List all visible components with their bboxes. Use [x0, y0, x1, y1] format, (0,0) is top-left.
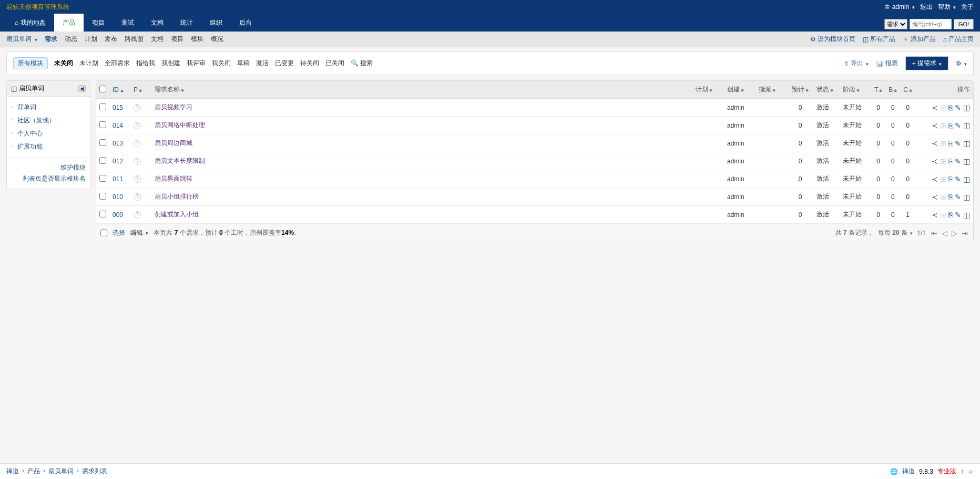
review-icon[interactable]: ⊞ [940, 175, 946, 183]
sidebar-item[interactable]: 背单词 [11, 101, 86, 114]
row-id-link[interactable]: 013 [113, 140, 123, 147]
filter-未关闭[interactable]: 未关闭 [54, 59, 73, 68]
filter-已变更[interactable]: 已变更 [275, 59, 294, 68]
sub-tab-项目[interactable]: 项目 [171, 35, 183, 44]
review-icon[interactable]: ⊞ [940, 103, 946, 112]
sub-tab-模块[interactable]: 模块 [191, 35, 203, 44]
next-page-icon[interactable]: ▷ [951, 229, 958, 237]
filter-已关闭[interactable]: 已关闭 [325, 59, 344, 68]
col-status[interactable]: 状态◆ [813, 81, 840, 99]
breakdown-icon[interactable]: ⎘ [948, 193, 953, 201]
logout-link[interactable]: 退出 [920, 3, 933, 12]
edit-icon[interactable]: ✎ [955, 139, 961, 148]
row-id-link[interactable]: 010 [113, 193, 123, 201]
nav-tab-组织[interactable]: 组织 [201, 14, 231, 32]
first-page-icon[interactable]: ⇤ [930, 229, 938, 237]
breakdown-icon[interactable]: ⎘ [948, 175, 953, 183]
gear-icon[interactable]: ⚙ [956, 60, 967, 67]
review-icon[interactable]: ⊞ [940, 121, 946, 130]
filter-激活[interactable]: 激活 [256, 59, 269, 68]
sidebar-footer-link[interactable]: 列表页是否显示模块名 [11, 173, 86, 184]
row-checkbox[interactable] [99, 175, 106, 182]
breakdown-icon[interactable]: ⎘ [948, 157, 953, 165]
col-name[interactable]: 需求名称◆ [151, 81, 692, 99]
requirement-link[interactable]: 扇贝小组排行榜 [155, 193, 199, 200]
select-link[interactable]: 选择 [113, 228, 125, 237]
search-type-select[interactable]: 需求 [884, 19, 907, 29]
nav-tab-我的地盘[interactable]: ⌂我的地盘 [6, 14, 54, 32]
select-all-footer-checkbox[interactable] [100, 230, 107, 236]
requirement-link[interactable]: 扇贝界面跳转 [155, 175, 192, 182]
review-icon[interactable]: ⊞ [940, 157, 946, 165]
filter-我评审[interactable]: 我评审 [187, 59, 206, 68]
filter-我创建[interactable]: 我创建 [161, 59, 180, 68]
prev-page-icon[interactable]: ◁ [941, 229, 948, 237]
row-id-link[interactable]: 012 [113, 158, 123, 165]
col-assign[interactable]: 指派◆ [756, 81, 787, 99]
requirement-link[interactable]: 创建或加入小组 [155, 211, 199, 218]
change-icon[interactable]: ≺ [932, 211, 938, 219]
row-id-link[interactable]: 015 [113, 104, 123, 111]
col-priority[interactable]: P◆ [130, 81, 151, 99]
filter-待关闭[interactable]: 待关闭 [300, 59, 319, 68]
change-icon[interactable]: ≺ [932, 175, 938, 183]
col-stage[interactable]: 阶段◆ [840, 81, 871, 99]
requirement-link[interactable]: 扇贝视频学习 [155, 103, 192, 111]
nav-tab-文档[interactable]: 文档 [142, 14, 172, 32]
module-tag[interactable]: 所有模块 [13, 57, 48, 69]
nav-tab-项目[interactable]: 项目 [84, 14, 113, 32]
sidebar-item[interactable]: 社区（发现） [11, 114, 86, 127]
filter-全部需求[interactable]: 全部需求 [105, 59, 130, 68]
nav-tab-后台[interactable]: 后台 [231, 14, 260, 32]
sub-action-设为模块首页[interactable]: ⚙ 设为模块首页 [810, 35, 855, 44]
edit-icon[interactable]: ✎ [955, 157, 961, 165]
report-button[interactable]: 📊 报表 [876, 59, 898, 68]
search-link[interactable]: 🔍 搜索 [351, 59, 373, 68]
testcase-icon[interactable]: ◫ [963, 139, 970, 148]
last-page-icon[interactable]: ⇥ [961, 229, 969, 237]
row-checkbox[interactable] [99, 193, 106, 200]
sidebar-item[interactable]: 扩展功能 [11, 140, 86, 153]
testcase-icon[interactable]: ◫ [963, 175, 970, 183]
create-request-button[interactable]: + 提需求 [905, 56, 948, 70]
col-c[interactable]: C◆ [900, 81, 915, 99]
change-icon[interactable]: ≺ [932, 193, 938, 201]
sidebar-footer-link[interactable]: 维护模块 [11, 162, 86, 173]
breakdown-icon[interactable]: ⎘ [948, 139, 953, 148]
sidebar-item[interactable]: 个人中心 [11, 127, 86, 140]
nav-tab-产品[interactable]: 产品 [54, 14, 84, 32]
requirement-link[interactable]: 扇贝周边商城 [155, 139, 192, 147]
sub-tab-路线图[interactable]: 路线图 [125, 35, 144, 44]
export-button[interactable]: ⇧ 导出 [844, 59, 869, 68]
sub-action-所有产品[interactable]: ◫ 所有产品 [863, 35, 895, 44]
edit-dropdown[interactable]: 编辑 [130, 228, 148, 237]
row-checkbox[interactable] [99, 211, 106, 217]
sidebar-collapse-icon[interactable]: ◀ [78, 85, 86, 92]
change-icon[interactable]: ≺ [932, 103, 938, 112]
breakdown-icon[interactable]: ⎘ [948, 103, 953, 112]
sub-tab-文档[interactable]: 文档 [151, 35, 164, 44]
requirement-link[interactable]: 扇贝文本长度限制 [155, 157, 205, 164]
change-icon[interactable]: ≺ [932, 157, 938, 165]
edit-icon[interactable]: ✎ [955, 175, 961, 183]
select-all-checkbox[interactable] [99, 86, 106, 92]
filter-指给我[interactable]: 指给我 [136, 59, 155, 68]
filter-我关闭[interactable]: 我关闭 [212, 59, 231, 68]
testcase-icon[interactable]: ◫ [963, 157, 970, 165]
review-icon[interactable]: ⊞ [940, 139, 946, 148]
nav-tab-统计[interactable]: 统计 [172, 14, 201, 32]
edit-icon[interactable]: ✎ [955, 103, 961, 112]
filter-草稿[interactable]: 草稿 [237, 59, 250, 68]
testcase-icon[interactable]: ◫ [963, 193, 970, 201]
edit-icon[interactable]: ✎ [955, 211, 961, 219]
row-checkbox[interactable] [99, 139, 106, 146]
col-creator[interactable]: 创建◆ [724, 81, 756, 99]
col-t[interactable]: T◆ [871, 81, 885, 99]
go-button[interactable]: GO! [954, 19, 974, 29]
breakdown-icon[interactable]: ⎘ [948, 121, 953, 130]
sub-tab-发布[interactable]: 发布 [105, 35, 117, 44]
col-b[interactable]: B◆ [885, 81, 900, 99]
col-id[interactable]: ID▲ [109, 81, 130, 99]
change-icon[interactable]: ≺ [932, 139, 938, 148]
testcase-icon[interactable]: ◫ [963, 103, 970, 112]
